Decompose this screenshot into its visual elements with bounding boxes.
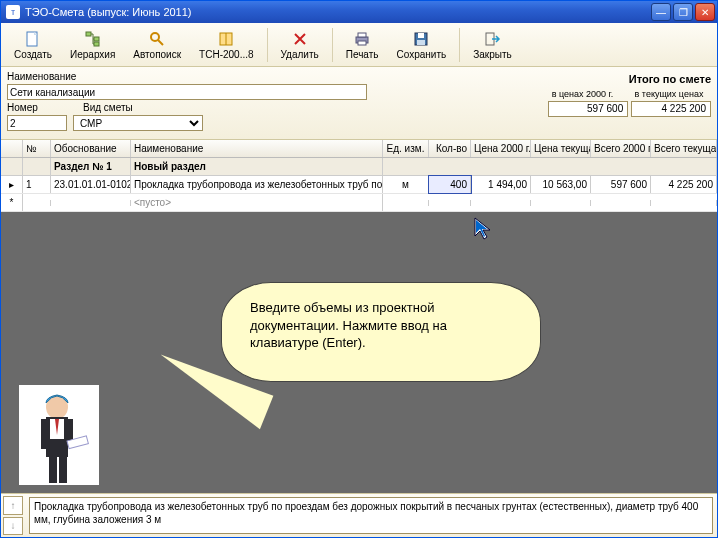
window-title: ТЭО-Смета (выпуск: Июнь 2011): [25, 6, 192, 18]
callout: Введите объемы из проектной документации…: [221, 282, 541, 402]
save-button[interactable]: Сохранить: [388, 27, 456, 63]
pricecur-label: в текущих ценах: [627, 89, 711, 99]
description-box: Прокладка трубопровода из железобетонных…: [29, 497, 713, 534]
person-illustration: [19, 385, 99, 485]
svg-rect-2: [94, 37, 99, 41]
total-label: Итого по смете: [511, 73, 711, 85]
create-button[interactable]: Создать: [5, 27, 61, 63]
grid-header: № Обоснование Наименование Ед. изм. Кол-…: [1, 140, 717, 158]
svg-point-4: [151, 33, 159, 41]
toolbar-separator: [267, 28, 268, 62]
svg-rect-13: [417, 40, 425, 45]
scroll-down-button[interactable]: ↓: [3, 517, 23, 536]
app-icon: т: [6, 5, 20, 19]
close-window-button[interactable]: ✕: [695, 3, 715, 21]
delete-button[interactable]: Удалить: [272, 27, 328, 63]
close-button[interactable]: Закрыть: [464, 27, 521, 63]
document-new-icon: [24, 30, 42, 48]
minimize-button[interactable]: —: [651, 3, 671, 21]
toolbar-separator: [332, 28, 333, 62]
toolbar: Создать Иерархия Автопоиск ТСН-200...8 У…: [1, 23, 717, 67]
type-select[interactable]: СМР: [73, 115, 203, 131]
qty-cell[interactable]: 400: [429, 176, 471, 193]
svg-rect-22: [59, 455, 67, 483]
grid-row[interactable]: ▸ 1 23.01.01.01-0102 Прокладка трубопров…: [1, 176, 717, 194]
print-button[interactable]: Печать: [337, 27, 388, 63]
svg-rect-1: [86, 32, 91, 36]
canvas-area: Введите объемы из проектной документации…: [1, 212, 717, 493]
delete-icon: [291, 30, 309, 48]
num-label: Номер: [7, 102, 38, 113]
row-marker-icon: ▸: [1, 176, 23, 193]
hierarchy-button[interactable]: Иерархия: [61, 27, 124, 63]
svg-rect-3: [94, 42, 99, 46]
save-icon: [412, 30, 430, 48]
svg-rect-12: [418, 33, 424, 38]
form-area: Наименование Номер Вид сметы СМР Итого п…: [1, 67, 717, 140]
name-field[interactable]: [7, 84, 367, 100]
autosearch-button[interactable]: Автопоиск: [124, 27, 190, 63]
cursor-icon: [473, 216, 495, 242]
grid-section-row[interactable]: Раздел № 1 Новый раздел: [1, 158, 717, 176]
search-icon: [148, 30, 166, 48]
callout-text: Введите объемы из проектной документации…: [221, 282, 541, 382]
app-window: т ТЭО-Смета (выпуск: Июнь 2011) — ❐ ✕ Со…: [0, 0, 718, 538]
bottom-panel: ↑ ↓ Прокладка трубопровода из железобето…: [1, 493, 717, 537]
total-current-value: 4 225 200: [631, 101, 711, 117]
svg-rect-10: [358, 41, 366, 45]
name-label: Наименование: [7, 71, 76, 82]
num-field[interactable]: [7, 115, 67, 131]
price2000-label: в ценах 2000 г.: [540, 89, 624, 99]
scroll-up-button[interactable]: ↑: [3, 496, 23, 515]
exit-icon: [483, 30, 501, 48]
tree-icon: [84, 30, 102, 48]
grid-row-empty[interactable]: * <пусто>: [1, 194, 717, 212]
titlebar[interactable]: т ТЭО-Смета (выпуск: Июнь 2011) — ❐ ✕: [1, 1, 717, 23]
estimate-grid[interactable]: № Обоснование Наименование Ед. изм. Кол-…: [1, 140, 717, 212]
svg-rect-21: [49, 455, 57, 483]
svg-line-5: [158, 40, 163, 45]
svg-rect-9: [358, 33, 366, 37]
maximize-button[interactable]: ❐: [673, 3, 693, 21]
new-row-icon: *: [1, 194, 23, 211]
toolbar-separator: [459, 28, 460, 62]
printer-icon: [353, 30, 371, 48]
svg-rect-18: [41, 419, 47, 449]
tsn-button[interactable]: ТСН-200...8: [190, 27, 262, 63]
total-2000-value: 597 600: [548, 101, 628, 117]
type-label: Вид сметы: [83, 102, 133, 113]
book-icon: [217, 30, 235, 48]
